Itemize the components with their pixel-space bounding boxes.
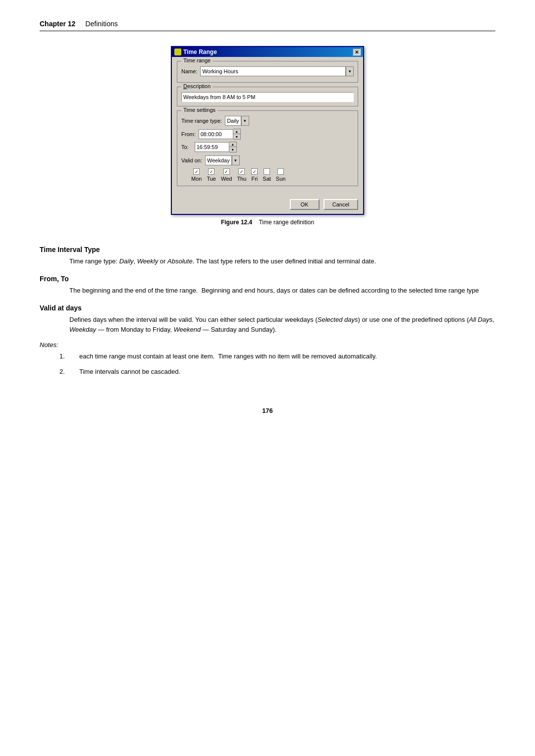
sections-container: Time Interval Type Time range type: Dail… [40, 246, 495, 377]
cancel-button[interactable]: Cancel [323, 199, 358, 210]
valid-on-value: Weekday [207, 157, 230, 163]
section-heading-1: Time Interval Type [40, 246, 495, 253]
to-decrement-button[interactable]: ▼ [229, 147, 236, 152]
description-input[interactable] [181, 92, 354, 102]
day-label-wed: Wed [221, 176, 232, 182]
from-input[interactable] [199, 129, 233, 139]
section-body-1: Time range type: Daily, Weekly or Absolu… [69, 256, 495, 267]
chapter-header: Chapter 12 Definitions [40, 20, 495, 31]
name-label: Name: [181, 68, 197, 74]
time-range-dialog: Time Range ✕ Time range Name: Working Ho… [171, 46, 364, 215]
time-settings-group-label: Time settings [181, 107, 217, 113]
figure-description [254, 219, 258, 226]
description-group-label: Description [181, 83, 213, 89]
dialog-buttons: OK Cancel [172, 196, 363, 214]
type-dropdown-arrow[interactable]: ▾ [241, 116, 249, 126]
to-input[interactable] [195, 142, 229, 152]
notes-label: Notes: [40, 341, 495, 349]
dialog-body: Time range Name: Working Hours ▾ Descrip… [172, 57, 363, 196]
valid-on-dropdown-arrow[interactable]: ▾ [232, 155, 240, 165]
from-increment-button[interactable]: ▲ [233, 129, 240, 134]
dialog-app-icon [174, 49, 181, 55]
checkbox-sun[interactable] [277, 168, 284, 175]
days-row: ✓Mon✓Tue✓Wed✓Thu✓FriSatSun [191, 168, 354, 182]
description-group: Description [177, 87, 358, 106]
chapter-title: Definitions [85, 20, 117, 28]
to-row: To: ▲ ▼ [181, 142, 354, 152]
day-label-tue: Tue [207, 176, 216, 182]
name-dropdown-arrow[interactable]: ▾ [346, 66, 354, 76]
checkbox-tue[interactable]: ✓ [208, 168, 214, 175]
note-text-1: each time range must contain at least on… [79, 352, 377, 362]
time-range-group: Time range Name: Working Hours ▾ [177, 61, 358, 83]
type-label: Time range type: [181, 118, 222, 124]
day-col-sun: Sun [276, 168, 286, 182]
name-row: Name: Working Hours ▾ [181, 66, 354, 76]
to-spinner-buttons: ▲ ▼ [229, 142, 237, 152]
ok-button[interactable]: OK [290, 199, 320, 210]
titlebar-left: Time Range [174, 49, 217, 55]
to-spinner: ▲ ▼ [195, 142, 237, 152]
section-body-2: The beginning and the end of the time ra… [69, 286, 495, 296]
from-label: From: [181, 131, 196, 137]
from-spinner-buttons: ▲ ▼ [233, 129, 241, 140]
checkbox-thu[interactable]: ✓ [238, 168, 245, 175]
day-label-sat: Sat [263, 176, 271, 182]
day-col-fri: ✓Fri [251, 168, 258, 182]
day-col-wed: ✓Wed [221, 168, 232, 182]
close-button[interactable]: ✕ [353, 49, 361, 55]
note-number-1: 1. [59, 352, 69, 362]
type-select-container: Daily ▾ [225, 116, 249, 126]
checkbox-wed[interactable]: ✓ [223, 168, 230, 175]
checkbox-mon[interactable]: ✓ [193, 168, 200, 175]
day-label-fri: Fri [251, 176, 258, 182]
note-item-2: 2. Time intervals cannot be cascaded. [59, 367, 495, 377]
to-increment-button[interactable]: ▲ [229, 142, 236, 147]
valid-on-select-container: Weekday ▾ [205, 155, 240, 165]
valid-on-select[interactable]: Weekday [205, 155, 232, 165]
dialog-wrapper: Time Range ✕ Time range Name: Working Ho… [40, 46, 495, 238]
type-select[interactable]: Daily [225, 116, 241, 126]
checkbox-fri[interactable]: ✓ [251, 168, 258, 175]
valid-on-row: Valid on: Weekday ▾ [181, 155, 354, 165]
figure-caption: Figure 12.4 Time range definition [221, 219, 314, 226]
day-label-sun: Sun [276, 176, 286, 182]
dialog-title: Time Range [183, 49, 217, 55]
note-text-2: Time intervals cannot be cascaded. [79, 367, 180, 377]
day-col-sat: Sat [263, 168, 271, 182]
name-select-container: Working Hours ▾ [200, 66, 354, 76]
from-decrement-button[interactable]: ▼ [233, 134, 240, 139]
figure-desc-text: Time range definition [259, 219, 314, 226]
from-row: From: ▲ ▼ [181, 129, 354, 140]
from-spinner: ▲ ▼ [199, 129, 241, 140]
section-heading-2: From, To [40, 275, 495, 283]
chapter-number: Chapter 12 [40, 20, 75, 28]
section-heading-3: Valid at days [40, 304, 495, 312]
page-number: 176 [40, 407, 495, 414]
dialog-titlebar: Time Range ✕ [172, 47, 363, 57]
day-col-thu: ✓Thu [237, 168, 246, 182]
section-body-3: Defines days when the interval will be v… [69, 315, 495, 336]
to-label: To: [181, 144, 189, 150]
note-number-2: 2. [59, 367, 69, 377]
day-col-mon: ✓Mon [191, 168, 202, 182]
figure-number: Figure 12.4 [221, 219, 252, 226]
time-settings-group: Time settings Time range type: Daily ▾ F… [177, 110, 358, 186]
type-row: Time range type: Daily ▾ [181, 116, 354, 126]
day-label-thu: Thu [237, 176, 246, 182]
name-input[interactable]: Working Hours [200, 66, 346, 76]
time-range-group-label: Time range [181, 57, 213, 63]
type-value: Daily [227, 118, 239, 124]
note-item-1: 1. each time range must contain at least… [59, 352, 495, 362]
checkbox-sat[interactable] [264, 168, 270, 175]
valid-on-label: Valid on: [181, 157, 202, 163]
day-label-mon: Mon [191, 176, 202, 182]
day-col-tue: ✓Tue [207, 168, 216, 182]
name-value: Working Hours [202, 68, 238, 74]
